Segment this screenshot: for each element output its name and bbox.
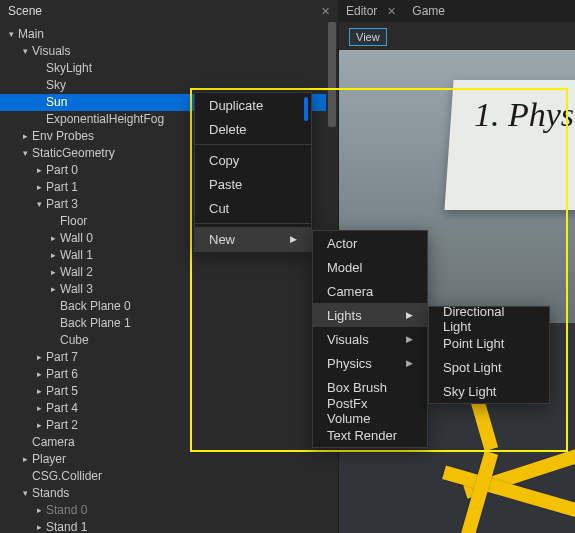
tree-item-label: Part 5 [46, 383, 78, 400]
menu-item[interactable]: Spot Light [429, 355, 549, 379]
tree-row[interactable]: ▸Wall 2 [0, 264, 338, 281]
tree-row[interactable]: ▸Stand 0 [0, 502, 338, 519]
chevron-right-icon[interactable]: ▸ [48, 264, 58, 281]
menu-item-label: New [209, 232, 235, 247]
menu-item[interactable]: Text Render [313, 423, 427, 447]
submenu-new[interactable]: ActorModelCameraLights▶Visuals▶Physics▶B… [312, 230, 428, 448]
chevron-right-icon[interactable]: ▸ [48, 230, 58, 247]
scrollbar-thumb[interactable] [328, 22, 336, 127]
tree-row[interactable]: ▾Stands [0, 485, 338, 502]
menu-item[interactable]: Actor [313, 231, 427, 255]
tree-item-label: Part 6 [46, 366, 78, 383]
tree-row[interactable]: ▸Part 4 [0, 400, 338, 417]
tree-row[interactable]: ▸Part 7 [0, 349, 338, 366]
tree-row[interactable]: CSG.Collider [0, 468, 338, 485]
tree-item-label: Part 0 [46, 162, 78, 179]
tree-row[interactable]: Camera [0, 434, 338, 451]
menu-item[interactable]: Paste [195, 172, 311, 196]
tree-item-label: ExponentialHeightFog [46, 111, 164, 128]
menu-item-label: Delete [209, 122, 247, 137]
tree-item-label: Env Probes [32, 128, 94, 145]
tree-item-label: SkyLight [46, 60, 92, 77]
menu-item[interactable]: Duplicate [195, 93, 311, 117]
chevron-right-icon: ▶ [406, 334, 413, 344]
chevron-down-icon[interactable]: ▾ [20, 145, 30, 162]
chevron-right-icon[interactable]: ▸ [34, 162, 44, 179]
tree-row[interactable]: ▸Player [0, 451, 338, 468]
menu-item[interactable]: Directional Light [429, 307, 549, 331]
chevron-right-icon[interactable]: ▸ [48, 281, 58, 298]
tree-item-label: Wall 1 [60, 247, 93, 264]
tree-row[interactable]: Cube [0, 332, 338, 349]
tree-row[interactable]: ▸Wall 3 [0, 281, 338, 298]
tab-game[interactable]: Game [404, 0, 453, 22]
submenu-lights[interactable]: Directional LightPoint LightSpot LightSk… [428, 306, 550, 404]
chevron-down-icon[interactable]: ▾ [20, 485, 30, 502]
tree-item-label: CSG.Collider [32, 468, 102, 485]
tab-editor[interactable]: Editor ✕ [338, 0, 404, 22]
tree-item-label: Part 1 [46, 179, 78, 196]
tree-item-label: Stand 1 [46, 519, 87, 533]
chevron-right-icon[interactable]: ▸ [48, 247, 58, 264]
tree-item-label: Floor [60, 213, 87, 230]
tree-item-label: Part 7 [46, 349, 78, 366]
chevron-down-icon[interactable]: ▾ [6, 26, 16, 43]
tree-row[interactable]: ▸Part 2 [0, 417, 338, 434]
menu-item[interactable]: Camera [313, 279, 427, 303]
tree-item-label: Cube [60, 332, 89, 349]
tree-item-label: Wall 0 [60, 230, 93, 247]
menu-item[interactable]: New▶ [195, 227, 311, 251]
menu-item-label: Paste [209, 177, 242, 192]
menu-item[interactable]: Sky Light [429, 379, 549, 403]
chevron-right-icon[interactable]: ▸ [34, 400, 44, 417]
menu-item-label: Box Brush [327, 380, 387, 395]
menu-separator [195, 223, 311, 224]
menu-item-label: Camera [327, 284, 373, 299]
chevron-right-icon[interactable]: ▸ [34, 349, 44, 366]
menu-item-label: Text Render [327, 428, 397, 443]
chevron-right-icon[interactable]: ▸ [34, 366, 44, 383]
menu-item[interactable]: Lights▶ [313, 303, 427, 327]
menu-item[interactable]: Visuals▶ [313, 327, 427, 351]
menu-item[interactable]: PostFx Volume [313, 399, 427, 423]
tree-row[interactable]: ▾Visuals [0, 43, 338, 60]
chevron-down-icon[interactable]: ▾ [20, 43, 30, 60]
tree-row[interactable]: ▸Part 6 [0, 366, 338, 383]
close-icon[interactable]: ✕ [387, 5, 396, 18]
menu-item[interactable]: Physics▶ [313, 351, 427, 375]
menu-item-label: Copy [209, 153, 239, 168]
menu-item-label: Sky Light [443, 384, 496, 399]
chevron-right-icon[interactable]: ▸ [34, 519, 44, 533]
close-icon[interactable]: ✕ [321, 5, 330, 18]
menu-item-label: Model [327, 260, 362, 275]
menu-item[interactable]: Copy [195, 148, 311, 172]
tab-bar: Scene ✕ Editor ✕ Game [0, 0, 575, 22]
chevron-down-icon[interactable]: ▾ [34, 196, 44, 213]
chevron-right-icon[interactable]: ▸ [20, 128, 30, 145]
tree-row[interactable]: ▸Part 5 [0, 383, 338, 400]
menu-item[interactable]: Cut [195, 196, 311, 220]
menu-item[interactable]: Point Light [429, 331, 549, 355]
menu-item-label: Point Light [443, 336, 504, 351]
view-dropdown-button[interactable]: View [349, 28, 387, 46]
chevron-right-icon[interactable]: ▸ [20, 451, 30, 468]
tree-item-label: Part 3 [46, 196, 78, 213]
tree-row[interactable]: Back Plane 1 [0, 315, 338, 332]
chevron-right-icon[interactable]: ▸ [34, 502, 44, 519]
tree-item-label: Wall 2 [60, 264, 93, 281]
menu-item-label: Spot Light [443, 360, 502, 375]
menu-item-label: Directional Light [443, 304, 535, 334]
chevron-right-icon[interactable]: ▸ [34, 383, 44, 400]
tree-row[interactable]: ▾Main [0, 26, 338, 43]
tree-row[interactable]: SkyLight [0, 60, 338, 77]
tree-row[interactable]: ▸Stand 1 [0, 519, 338, 533]
chevron-right-icon[interactable]: ▸ [34, 417, 44, 434]
menu-item[interactable]: Model [313, 255, 427, 279]
menu-item[interactable]: Delete [195, 117, 311, 141]
tree-row[interactable]: Back Plane 0 [0, 298, 338, 315]
menu-item-label: Physics [327, 356, 372, 371]
chevron-right-icon[interactable]: ▸ [34, 179, 44, 196]
tab-scene[interactable]: Scene ✕ [0, 0, 338, 22]
context-menu[interactable]: DuplicateDeleteCopyPasteCutNew▶ [194, 92, 312, 252]
menu-item-label: Lights [327, 308, 362, 323]
